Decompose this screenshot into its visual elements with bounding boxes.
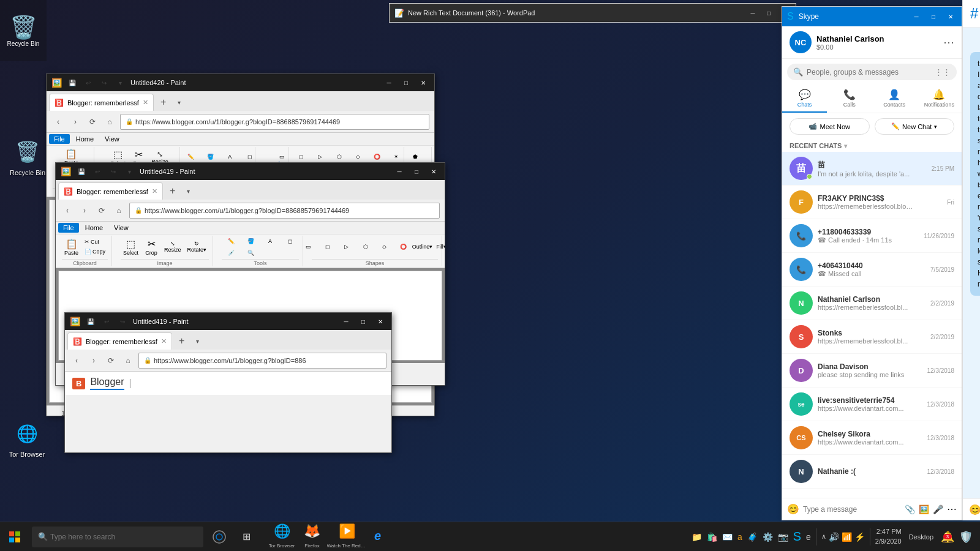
paint-close-3[interactable]: ✕ <box>374 315 386 328</box>
qa-undo-2[interactable]: ↩ <box>92 166 103 177</box>
taskbar-search-input[interactable] <box>50 533 185 541</box>
chat-item-fr3aky[interactable]: F FR3AKY PRINC3$$ https://rememeberlessf… <box>782 186 962 219</box>
skype-maximize[interactable]: □ <box>927 10 940 23</box>
chat-emoji-btn[interactable]: 😊 <box>969 504 980 515</box>
skype-nav-notifications[interactable]: 🔔 Notifications <box>917 85 962 113</box>
shape2-1[interactable]: ◻ <box>292 152 311 161</box>
chat-item-stonks[interactable]: S Stonks https://rememeberlessfool.bl...… <box>782 320 962 354</box>
audio-icon[interactable]: 🎤 <box>933 504 943 514</box>
task-view-btn[interactable]: ⊞ <box>233 522 260 552</box>
security-icon[interactable]: 🛡️ <box>959 530 973 544</box>
notification-btn[interactable]: 🔔 3 <box>941 530 954 544</box>
chat-messages[interactable]: Today thorugh that. I experience those '… <box>963 28 980 498</box>
tor-browser-icon[interactable]: 🌐 Tor Browser <box>2 416 51 460</box>
tab-close-1[interactable]: ✕ <box>143 99 148 107</box>
new-tab-btn-2[interactable]: + <box>164 182 181 200</box>
eraser-btn-2[interactable]: ◻ <box>281 237 299 246</box>
home-btn-1[interactable]: ⌂ <box>103 115 116 129</box>
ie-tray-icon[interactable]: e <box>806 532 811 542</box>
qa-save-1[interactable]: 💾 <box>67 77 78 88</box>
shape4-1[interactable]: ⬡ <box>330 152 349 161</box>
address-bar-3[interactable]: 🔒 https://www.blogger.com/u/1/blogger.g?… <box>138 353 386 369</box>
copy-btn-2[interactable]: 📄Copy <box>82 247 108 256</box>
home-menu-2[interactable]: Home <box>80 223 108 233</box>
fill-tool-btn-2[interactable]: 🪣 <box>241 237 260 246</box>
cortana-btn[interactable] <box>206 522 233 552</box>
tab-dropdown-3[interactable]: ▾ <box>192 332 204 350</box>
tripadvisor-tray-icon[interactable]: 🧳 <box>747 532 758 542</box>
battery-icon[interactable]: ⚡ <box>854 532 865 542</box>
eraser-btn-1[interactable]: ◻ <box>240 152 258 161</box>
text-btn-2[interactable]: A <box>261 237 279 246</box>
home-btn-3[interactable]: ⌂ <box>121 354 135 367</box>
show-desktop-btn[interactable]: Desktop <box>907 533 936 541</box>
rotate-btn-2[interactable]: ↻Rotate▾ <box>185 239 209 254</box>
recycle-bin-desktop-icon[interactable]: 🗑️ Recycle Bin <box>3 135 52 179</box>
shape4-2[interactable]: ⬡ <box>356 242 375 251</box>
file-menu-1[interactable]: File <box>49 134 70 144</box>
new-tab-btn-1[interactable]: + <box>155 94 172 111</box>
qa-undo-1[interactable]: ↩ <box>83 77 94 88</box>
more-options-icon[interactable]: ⋯ <box>947 503 957 515</box>
emoji-btn[interactable]: 😊 <box>787 503 799 515</box>
view-menu-1[interactable]: View <box>100 134 124 144</box>
text-btn-1[interactable]: A <box>221 152 239 161</box>
browser-tab-blogger-1[interactable]: 🅱️ Blogger: rememberlessf ✕ <box>49 94 154 111</box>
forward-btn-2[interactable]: › <box>78 204 91 217</box>
paint-minimize-3[interactable]: ─ <box>340 315 352 328</box>
select-btn-2[interactable]: ⬚Select <box>121 237 141 257</box>
taskbar-search[interactable]: 🔍 <box>32 527 203 547</box>
pencil-btn-2[interactable]: ✏️ <box>222 237 240 246</box>
amazon-tray-icon[interactable]: a <box>737 532 742 542</box>
skype-close[interactable]: ✕ <box>944 10 957 23</box>
mail-tray-icon[interactable]: ✉️ <box>722 532 733 542</box>
tab-dropdown-1[interactable]: ▾ <box>173 94 186 111</box>
camera-tray-icon[interactable]: 📷 <box>778 532 788 542</box>
back-btn-1[interactable]: ‹ <box>51 115 65 129</box>
qa-save-2[interactable]: 💾 <box>76 166 87 177</box>
qa-redo-3[interactable]: ↪ <box>117 316 128 327</box>
message-input[interactable] <box>803 505 901 514</box>
skype-more-btn[interactable]: ⋯ <box>943 36 954 49</box>
chat-item-nathaniel[interactable]: N Nathaniel Carlson https://rememeberles… <box>782 287 962 320</box>
chat-item-phone2[interactable]: 📞 +4064310440 ☎ Missed call 7/5/2019 <box>782 253 962 287</box>
shape3-1[interactable]: ▷ <box>311 152 330 161</box>
resize-btn-2[interactable]: ⤡Resize <box>162 239 184 254</box>
origin-tray-icon[interactable]: ⚙️ <box>763 532 773 542</box>
skype-tray-icon[interactable]: S <box>793 530 801 544</box>
qa-redo-1[interactable]: ↪ <box>99 77 110 88</box>
skype-nav-chats[interactable]: 💬 Chats <box>782 85 827 113</box>
clock[interactable]: 2:47 PM 2/9/2020 <box>875 527 902 546</box>
shape3-2[interactable]: ▷ <box>337 242 356 251</box>
new-tab-btn-3[interactable]: + <box>173 332 190 350</box>
back-btn-2[interactable]: ‹ <box>61 204 74 217</box>
skype-compose-icon[interactable]: ⋮⋮ <box>935 67 951 77</box>
reload-btn-1[interactable]: ⟳ <box>86 115 99 129</box>
qa-more-2[interactable]: ▾ <box>124 166 135 177</box>
address-bar-1[interactable]: 🔒 https://www.blogger.com/u/1/blogger.g?… <box>120 114 429 130</box>
qa-redo-2[interactable]: ↪ <box>108 166 119 177</box>
tab-close-3[interactable]: ✕ <box>161 337 167 345</box>
chat-item-chelsey[interactable]: CS Chelsey Sikora https://www.deviantart… <box>782 421 962 455</box>
show-hidden-icon[interactable]: ∧ <box>821 533 826 541</box>
reload-btn-2[interactable]: ⟳ <box>95 204 108 217</box>
start-button[interactable] <box>0 522 29 552</box>
browser-tab-blogger-2[interactable]: 🅱️ Blogger: rememberlessf ✕ <box>58 182 163 200</box>
network-icon[interactable]: 📶 <box>842 532 852 542</box>
meet-now-btn[interactable]: 📹 Meet Now <box>790 118 870 135</box>
file-menu-2[interactable]: File <box>58 223 79 233</box>
shape1-1[interactable]: ▭ <box>273 152 292 161</box>
chat-item-live[interactable]: se live:sensitiveterrie754 https://www.d… <box>782 388 962 421</box>
shape5-1[interactable]: ◇ <box>349 152 368 161</box>
shape2-2[interactable]: ◻ <box>318 242 337 251</box>
skype-search-bar[interactable]: 🔍 ⋮⋮ <box>787 64 957 80</box>
home-menu-1[interactable]: Home <box>71 134 99 144</box>
taskbar-watch-btn[interactable]: ▶️ Watch The Red Pill 20... <box>325 522 368 552</box>
fill-tool-btn-1[interactable]: 🪣 <box>201 152 219 161</box>
forward-btn-3[interactable]: › <box>87 354 100 367</box>
pencil-btn-1[interactable]: ✏️ <box>181 152 200 161</box>
paint-maximize-3[interactable]: □ <box>357 315 369 328</box>
image-share-icon[interactable]: 🖼️ <box>919 504 929 514</box>
skype-search-input[interactable] <box>807 68 931 77</box>
chat-item-nathanie[interactable]: N Nathanie :( 12/3/2018 <box>782 455 962 489</box>
